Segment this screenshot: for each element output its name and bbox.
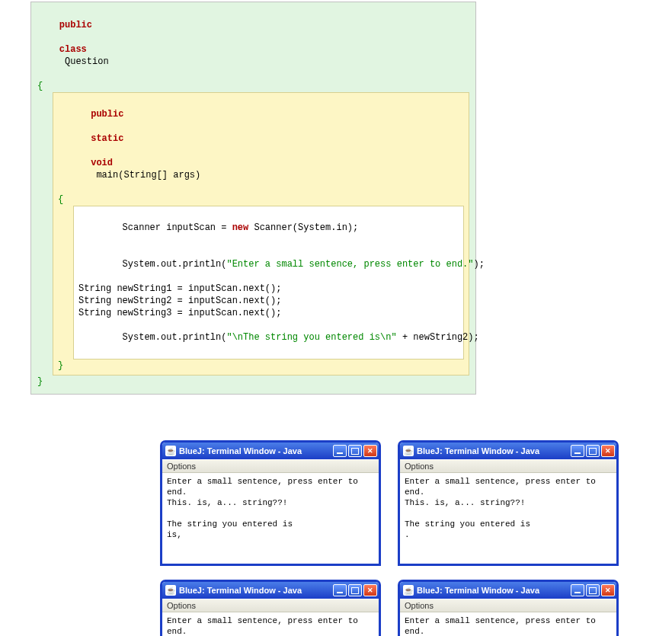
brace-close: }	[58, 360, 464, 372]
window-title: BlueJ: Terminal Window - Java	[417, 446, 571, 455]
close-button[interactable]	[601, 584, 615, 596]
menubar: Options	[162, 459, 379, 473]
brace-open: {	[58, 193, 464, 206]
menubar: Options	[400, 459, 616, 473]
keyword-static: static	[91, 133, 123, 144]
keyword-new: new	[232, 222, 249, 233]
keyword-void: void	[91, 158, 113, 168]
terminal-output[interactable]: Enter a small sentence, press enter to e…	[162, 473, 379, 564]
code-text: + newString2);	[397, 332, 479, 343]
terminal-window: ☕ BlueJ: Terminal Window - Java Options …	[398, 580, 619, 636]
menu-options[interactable]: Options	[405, 462, 434, 471]
close-button[interactable]	[363, 584, 377, 596]
keyword-class: class	[59, 44, 87, 55]
minimize-button[interactable]	[333, 445, 347, 457]
terminal-window: ☕ BlueJ: Terminal Window - Java Options …	[160, 580, 381, 636]
titlebar[interactable]: ☕ BlueJ: Terminal Window - Java	[162, 443, 379, 459]
java-icon: ☕	[403, 585, 414, 596]
maximize-button[interactable]	[586, 445, 600, 457]
titlebar[interactable]: ☕ BlueJ: Terminal Window - Java	[400, 443, 616, 459]
string-literal: "Enter a small sentence, press enter to …	[226, 259, 473, 270]
minimize-button[interactable]	[571, 584, 584, 596]
code-text: Scanner inputScan =	[123, 222, 232, 233]
brace-open: {	[37, 80, 469, 92]
menu-options[interactable]: Options	[167, 601, 196, 610]
window-title: BlueJ: Terminal Window - Java	[417, 586, 571, 595]
maximize-button[interactable]	[348, 584, 362, 596]
code-text: Scanner(System.in);	[248, 222, 358, 233]
method-signature: main(String[] args)	[91, 170, 200, 181]
window-title: BlueJ: Terminal Window - Java	[179, 446, 333, 455]
code-text: String newString2 = inputScan.next();	[78, 295, 459, 307]
code-text: System.out.println(	[123, 332, 227, 343]
terminal-window: ☕ BlueJ: Terminal Window - Java Options …	[160, 440, 381, 566]
class-name: Question	[59, 56, 109, 67]
code-text: String newString1 = inputScan.next();	[78, 283, 459, 295]
code-text: );	[474, 259, 485, 270]
keyword-public: public	[59, 20, 92, 30]
java-icon: ☕	[165, 585, 176, 596]
code-text: System.out.println(	[123, 259, 227, 270]
menubar: Options	[400, 599, 616, 612]
string-literal: "\nThe string you entered is\n"	[226, 332, 396, 343]
java-icon: ☕	[403, 446, 414, 456]
method-block: public static void main(String[] args) {…	[53, 92, 469, 376]
titlebar[interactable]: ☕ BlueJ: Terminal Window - Java	[162, 582, 379, 599]
code-text: String newString3 = inputScan.next();	[78, 307, 459, 319]
maximize-button[interactable]	[348, 445, 362, 457]
close-button[interactable]	[363, 445, 377, 457]
menu-options[interactable]: Options	[167, 462, 196, 471]
titlebar[interactable]: ☕ BlueJ: Terminal Window - Java	[400, 582, 616, 599]
terminal-output[interactable]: Enter a small sentence, press enter to e…	[162, 612, 379, 636]
menubar: Options	[162, 599, 379, 612]
terminals-grid: ☕ BlueJ: Terminal Window - Java Options …	[160, 440, 672, 636]
maximize-button[interactable]	[586, 584, 600, 596]
close-button[interactable]	[601, 445, 615, 457]
menu-options[interactable]: Options	[405, 601, 434, 610]
code-pane: public class Question { public static vo…	[30, 2, 476, 395]
method-body: Scanner inputScan = new Scanner(System.i…	[73, 206, 464, 360]
terminal-window: ☕ BlueJ: Terminal Window - Java Options …	[398, 440, 619, 566]
terminal-output[interactable]: Enter a small sentence, press enter to e…	[400, 473, 616, 564]
terminal-output[interactable]: Enter a small sentence, press enter to e…	[400, 612, 616, 636]
brace-close: }	[37, 376, 469, 388]
keyword-public: public	[91, 109, 123, 120]
java-icon: ☕	[165, 446, 176, 456]
minimize-button[interactable]	[333, 584, 347, 596]
minimize-button[interactable]	[571, 445, 584, 457]
window-title: BlueJ: Terminal Window - Java	[179, 586, 333, 595]
